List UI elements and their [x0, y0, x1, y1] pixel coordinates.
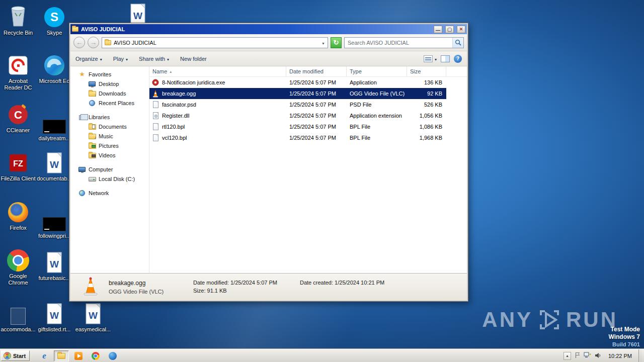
documents-folder-icon [88, 124, 97, 130]
taskbar-chrome-button[interactable] [88, 350, 103, 361]
navigation-pane: ★ Favorites Desktop Downloads Recent Pla… [70, 66, 149, 273]
navigation-bar: AVISO JUDICIAL Search AVISO JUDICIAL [70, 34, 467, 51]
desktop-icon-chrome[interactable]: Google Chrome [0, 247, 36, 286]
organize-menu[interactable]: Organize [75, 56, 102, 62]
sidebar-item-network[interactable]: Network [70, 188, 149, 198]
word-document-icon: W [120, 1, 156, 25]
volume-icon[interactable] [595, 352, 602, 359]
file-row-vcl120[interactable]: vcl120.bpl 1/25/2024 5:07 PM BPL File 1,… [149, 132, 446, 143]
window-titlebar[interactable]: AVISO JUDICIAL [70, 24, 467, 34]
search-box[interactable]: Search AVISO JUDICIAL [344, 37, 464, 48]
desktop-icon-skype[interactable]: S Skype [36, 4, 72, 36]
sidebar-item-computer[interactable]: Computer [70, 164, 149, 174]
ccleaner-icon: C [0, 102, 36, 126]
sidebar-item-music[interactable]: Music [70, 131, 149, 141]
desktop-icon-firefox[interactable]: Firefox [0, 199, 36, 231]
window-title: AVISO JUDICIAL [81, 26, 431, 32]
taskbar-media-player-button[interactable] [71, 350, 86, 361]
desktop-icon-recycle-bin[interactable]: Recycle Bin [0, 4, 36, 36]
taskbar-ie-button[interactable]: e [37, 350, 52, 361]
share-with-menu[interactable]: Share with [139, 56, 169, 62]
details-pane: breakage.ogg OGG Video File (VLC) Date m… [70, 273, 467, 300]
details-file-name: breakage.ogg [109, 280, 193, 287]
desktop-icon-futurebasic[interactable]: W futurebasic... [36, 249, 72, 282]
details-file-type: OGG Video File (VLC) [109, 289, 193, 295]
svg-text:W: W [50, 159, 59, 170]
taskbar-clock[interactable]: 10:22 PM [605, 353, 635, 359]
star-icon: ★ [77, 71, 87, 78]
start-button[interactable]: Start [1, 350, 30, 361]
svg-text:C: C [14, 109, 22, 121]
chrome-icon [0, 247, 36, 272]
sidebar-item-favorites[interactable]: ★ Favorites [70, 69, 149, 79]
maximize-button[interactable] [445, 26, 454, 33]
show-desktop-button[interactable] [638, 349, 642, 362]
show-hidden-icons-button[interactable] [564, 352, 571, 360]
desktop-icon-followingpri[interactable]: followingpri... [36, 207, 72, 239]
close-button[interactable] [457, 26, 465, 33]
taskbar-explorer-button[interactable] [54, 350, 69, 361]
column-header-date-modified[interactable]: Date modified [286, 66, 347, 76]
details-date-modified: Date modified: 1/25/2024 5:07 PM [193, 280, 300, 286]
desktop-icon-documentab[interactable]: W documentab... [36, 150, 72, 182]
column-header-size[interactable]: Size [407, 66, 446, 76]
desktop-icon-acrobat[interactable]: Acrobat Reader DC [0, 52, 36, 91]
svg-text:FZ: FZ [13, 159, 23, 168]
network-icon[interactable] [584, 352, 591, 359]
new-folder-button[interactable]: New folder [180, 56, 207, 62]
sidebar-item-videos[interactable]: Videos [70, 150, 149, 160]
os-label: Windows 7 [608, 333, 640, 341]
forward-button[interactable] [88, 37, 99, 48]
desktop-icon-ccleaner[interactable]: C CCleaner [0, 102, 36, 134]
refresh-button[interactable] [331, 37, 342, 48]
search-icon[interactable] [452, 38, 463, 48]
sidebar-item-pictures[interactable]: Pictures [70, 141, 149, 150]
taskbar: Start e 10:22 PM [0, 349, 644, 362]
file-row-rtl120[interactable]: rtl120.bpl 1/25/2024 5:07 PM BPL File 1,… [149, 121, 446, 132]
libraries-icon [77, 114, 87, 120]
minimize-button[interactable] [434, 26, 442, 33]
sidebar-item-local-disk[interactable]: Local Disk (C:) [70, 174, 149, 184]
back-button[interactable] [73, 37, 85, 48]
column-header-type[interactable]: Type [347, 66, 407, 76]
file-row-psd[interactable]: fascinator.psd 1/25/2024 5:07 PM PSD Fil… [149, 99, 446, 110]
desktop: Recycle Bin Acrobat Reader DC C CCleaner… [0, 0, 644, 362]
address-dropdown-icon[interactable] [321, 40, 325, 46]
sidebar-item-documents[interactable]: Documents [70, 122, 149, 131]
desktop-icon-dailytreatm[interactable]: dailytreatm... [36, 110, 72, 142]
network-icon [77, 190, 87, 196]
address-bar[interactable]: AVISO JUDICIAL [102, 37, 328, 48]
file-row-exe[interactable]: 8-Notificacion juridica.exe 1/25/2024 5:… [149, 77, 446, 88]
change-view-button[interactable] [424, 55, 437, 62]
desktop-icon-edge[interactable]: Microsoft Ed [36, 52, 72, 84]
desktop-icon-filezilla[interactable]: FZ FileZilla Client [0, 150, 36, 182]
column-header-blank [446, 66, 467, 76]
file-row-ogg-selected[interactable]: breakage.ogg 1/25/2024 5:07 PM OGG Video… [149, 88, 446, 99]
svg-text:S: S [50, 10, 58, 24]
desktop-icon-giftslisted[interactable]: W giftslisted.rt... [36, 301, 72, 333]
column-header-name[interactable]: Name [149, 66, 286, 76]
recycle-bin-icon [0, 4, 36, 28]
sidebar-item-recent-places[interactable]: Recent Places [70, 98, 149, 108]
preview-pane-button[interactable] [441, 55, 450, 62]
help-button[interactable] [454, 55, 462, 63]
sidebar-item-downloads[interactable]: Downloads [70, 88, 149, 98]
disk-icon [88, 176, 97, 182]
file-row-dll[interactable]: Register.dll 1/25/2024 5:07 PM Applicati… [149, 110, 446, 121]
start-label: Start [13, 353, 26, 359]
action-center-icon[interactable] [575, 352, 580, 359]
skype-icon: S [36, 4, 72, 28]
sidebar-item-libraries[interactable]: Libraries [70, 112, 149, 122]
details-size: Size: 91.1 KB [193, 288, 300, 294]
desktop-icon-easymedical[interactable]: W easymedical... [75, 301, 111, 333]
vlc-cone-icon-large [80, 277, 109, 298]
taskbar-browser-button[interactable] [105, 350, 120, 361]
sidebar-item-desktop[interactable]: Desktop [70, 79, 149, 88]
sandbox-info: Test Mode Windows 7 Build 7601 [608, 326, 640, 348]
desktop-icon-accommoda[interactable]: accommoda... [0, 301, 36, 333]
play-menu[interactable]: Play [113, 56, 128, 62]
chevron-down-icon [100, 56, 102, 62]
explorer-window: AVISO JUDICIAL AVISO JUDICIAL Search AVI… [69, 23, 468, 302]
search-input[interactable]: Search AVISO JUDICIAL [348, 40, 452, 46]
column-headers: Name Date modified Type Size [149, 66, 467, 77]
